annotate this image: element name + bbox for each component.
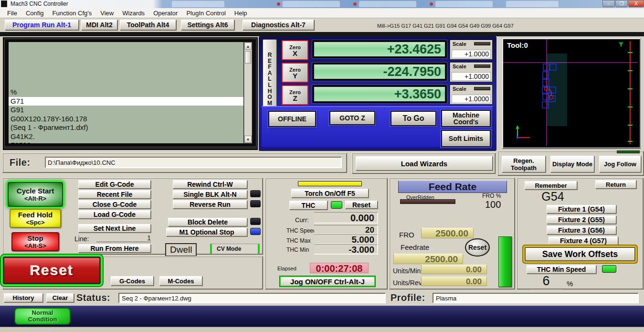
- tab-program-run[interactable]: Program Run Alt-1: [5, 20, 79, 30]
- zero-y-button[interactable]: Zero Y: [282, 63, 308, 83]
- fixture-1-button[interactable]: Fixture 1 (G54): [547, 205, 616, 214]
- scroll-down-icon[interactable]: ▼: [244, 136, 252, 143]
- thc-speed-value[interactable]: 20: [314, 225, 378, 235]
- x-scale-box[interactable]: Scale +1.0000: [450, 40, 493, 60]
- fixture-4-button[interactable]: Fixture 4 (G57): [549, 236, 618, 245]
- jog-on-off-button[interactable]: Jog ON/OFF Ctrl-Alt-J: [280, 276, 375, 287]
- return-button[interactable]: Return: [595, 180, 636, 189]
- feedrate-label: Feedrate: [401, 243, 429, 251]
- block-delete-button[interactable]: Block Delete: [168, 218, 247, 226]
- recent-file-button[interactable]: Recent File: [78, 190, 151, 199]
- background-tab-dot: [277, 2, 280, 6]
- elapsed-label: Elapsed: [277, 266, 296, 271]
- zero-x-button[interactable]: Zero X: [282, 40, 308, 60]
- y-scale-box[interactable]: Scale +1.0000: [450, 62, 493, 82]
- fro-reset-button[interactable]: Reset: [465, 238, 490, 257]
- z-scale-box[interactable]: Scale +1.0000: [450, 85, 493, 105]
- tab-toolpath[interactable]: ToolPath Alt4: [120, 20, 176, 30]
- load-wizards-button[interactable]: Load Wizards: [356, 156, 493, 171]
- toolpath-display[interactable]: Tool:0: [502, 38, 641, 149]
- menu-view[interactable]: View: [96, 9, 118, 18]
- goto-z-button[interactable]: GOTO Z: [329, 111, 375, 125]
- cycle-start-button[interactable]: Cycle Start <Alt-R>: [8, 182, 63, 207]
- mode-button-panel: OFFLINE GOTO Z To Go Machine Coord's Sof…: [261, 106, 494, 148]
- units-min-value[interactable]: 0.00: [421, 265, 487, 274]
- scrollbar-thumb[interactable]: [245, 51, 251, 64]
- rewind-button[interactable]: Rewind Ctrl-W: [173, 180, 247, 189]
- single-blk-button[interactable]: Single BLK Alt-N: [173, 190, 247, 199]
- load-gcode-button[interactable]: Load G-Code: [78, 210, 151, 219]
- fixture-3-button[interactable]: Fixture 3 (G56): [547, 226, 616, 235]
- jog-follow-button[interactable]: Jog Follow: [599, 156, 641, 172]
- fixture-2-button[interactable]: Fixture 2 (G55): [547, 215, 616, 224]
- background-browser-tab: [435, 1, 493, 7]
- run-from-here-button[interactable]: Run From Here: [78, 244, 151, 253]
- tab-settings[interactable]: Settings Alt6: [181, 20, 234, 30]
- stop-button[interactable]: Stop <Alt-S>: [11, 232, 59, 251]
- display-mode-button[interactable]: Display Mode: [550, 156, 594, 172]
- units-rev-value[interactable]: 0.00: [421, 277, 487, 286]
- save-work-offsets-button[interactable]: Save Work Offsets: [525, 247, 635, 261]
- wizards-group: Load Wizards: [352, 153, 496, 174]
- thc-panel: Torch On/Off F5 THC Reset Curr: 0.000 TH…: [265, 178, 388, 289]
- menu-wizards[interactable]: Wizards: [118, 9, 149, 18]
- scroll-up-icon[interactable]: ▲: [244, 43, 252, 50]
- menu-function-cfgs[interactable]: Function Cfg's: [48, 9, 96, 18]
- fro-value[interactable]: 2500.00: [421, 228, 474, 238]
- feed-hold-button[interactable]: Feed Hold <Spc>: [10, 209, 61, 228]
- menu-help[interactable]: Help: [230, 9, 252, 18]
- g-codes-button[interactable]: G-Codes: [111, 276, 154, 286]
- thc-max-value[interactable]: 5.000: [314, 234, 378, 245]
- cycle-start-hotkey: <Alt-R>: [24, 195, 46, 202]
- menu-file[interactable]: File: [3, 9, 21, 18]
- to-go-button[interactable]: To Go: [391, 111, 436, 126]
- feedrate-value[interactable]: 2500.00: [393, 254, 463, 264]
- edit-gcode-button[interactable]: Edit G-Code: [78, 180, 151, 189]
- menu-plugin-control[interactable]: PlugIn Control: [182, 9, 230, 18]
- close-gcode-button[interactable]: Close G-Code: [78, 200, 151, 209]
- maximize-button[interactable]: ❐: [615, 0, 628, 7]
- reverse-run-button[interactable]: Reverse Run: [173, 200, 247, 209]
- tab-diagnostics[interactable]: Diagnostics Alt-7: [243, 20, 314, 30]
- regen-toolpath-button[interactable]: Regen. Toolpath: [502, 156, 546, 172]
- set-next-line-button[interactable]: Set Next Line: [78, 224, 151, 233]
- thc-min-value[interactable]: -3.000: [314, 244, 378, 255]
- m1-optional-stop-button[interactable]: M1 Optional Stop: [166, 228, 247, 236]
- fro-label: FRO: [399, 231, 414, 239]
- clear-button[interactable]: Clear: [46, 293, 74, 302]
- thc-reset-button[interactable]: Reset: [345, 201, 378, 209]
- close-button[interactable]: X: [628, 0, 644, 7]
- thc-button[interactable]: THC: [289, 201, 327, 210]
- x-axis-dro[interactable]: +23.4625: [312, 40, 447, 58]
- feed-rate-panel: Feed Rate OverRidden FRO % 100 FRO 2500.…: [389, 178, 515, 289]
- soft-limits-button[interactable]: Soft Limits: [441, 130, 491, 147]
- menu-config[interactable]: Config: [21, 9, 48, 18]
- machine-coords-button[interactable]: Machine Coord's: [441, 110, 491, 127]
- m-codes-button[interactable]: M-Codes: [159, 276, 202, 286]
- file-path-field[interactable]: D:\Папа\Фиджо\10.CNC: [45, 157, 342, 168]
- stop-label: Stop: [27, 234, 43, 242]
- background-browser-tab: [172, 1, 224, 7]
- y-axis-dro[interactable]: -224.7950: [312, 63, 447, 81]
- tab-mdi[interactable]: MDI Alt2: [81, 20, 117, 30]
- bottom-band: Normal Condition: [0, 306, 644, 327]
- offline-button[interactable]: OFFLINE: [268, 111, 316, 127]
- line-number-field[interactable]: 1: [96, 234, 151, 242]
- remember-button[interactable]: Remember: [525, 181, 577, 190]
- fro-slider[interactable]: [498, 236, 512, 287]
- torch-on-off-button[interactable]: Torch On/Off F5: [291, 189, 369, 198]
- history-button[interactable]: History: [4, 293, 43, 302]
- thc-min-speed-button[interactable]: THC Min Speed: [527, 265, 596, 274]
- reset-button[interactable]: Reset: [3, 257, 101, 284]
- gcode-line: G41K2.: [9, 132, 243, 141]
- menu-operator[interactable]: Operator: [149, 9, 182, 18]
- z-axis-dro[interactable]: +3.3650: [312, 85, 447, 103]
- minimize-button[interactable]: –: [602, 0, 615, 7]
- thc-max-label: THC Max: [286, 237, 311, 244]
- curr-value[interactable]: 0.000: [314, 212, 378, 224]
- zero-z-button[interactable]: Zero Z: [282, 85, 308, 105]
- gcode-listing[interactable]: % G71 G91 G00X120.178Y-160.178 (Seq 1 - …: [9, 42, 243, 143]
- thc-min-speed-value[interactable]: 6: [529, 274, 563, 289]
- gcode-scrollbar[interactable]: ▲ ▼: [244, 42, 252, 143]
- z-scale-value: +1.0000: [452, 95, 491, 103]
